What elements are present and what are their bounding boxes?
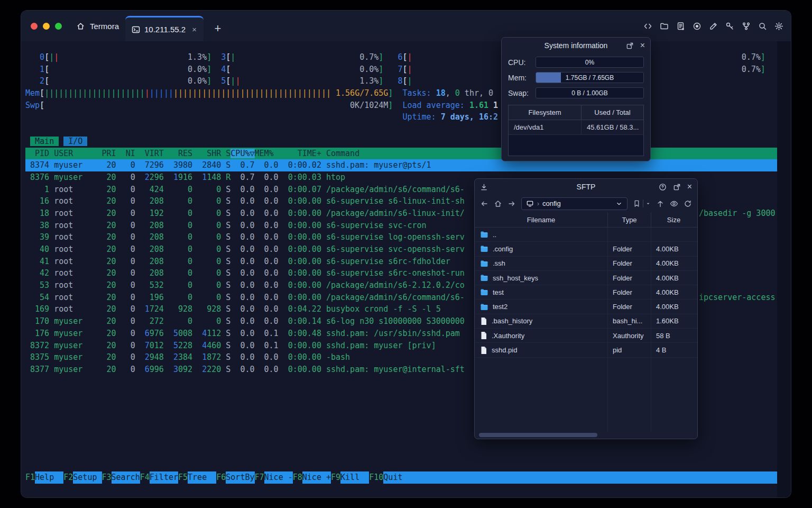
meter-bracket: [ (402, 76, 407, 86)
fkey-action-help[interactable]: Help (35, 471, 63, 484)
column-header-pri[interactable]: PRI (97, 149, 116, 158)
path-bar[interactable]: › config (521, 197, 628, 210)
help-icon[interactable] (659, 183, 667, 191)
column-header-type[interactable]: Type (607, 212, 651, 227)
mem-value-high: 7 (145, 160, 150, 170)
file-row[interactable]: .bash_historybash_hi...1.60KB (475, 314, 697, 329)
cpu-meter-row: 0[|| 1.3%] 3[| 0.7%] 6[| 0.7%] (25, 51, 777, 64)
column-header-time[interactable]: TIME+ (279, 149, 321, 158)
close-icon[interactable]: × (687, 183, 692, 191)
key-icon[interactable] (725, 22, 734, 31)
edit-icon[interactable] (709, 22, 718, 31)
file-name: .config (493, 245, 513, 253)
column-header-res[interactable]: RES (164, 149, 192, 158)
path-segment[interactable]: config (542, 199, 561, 207)
maximize-window-button[interactable] (55, 23, 62, 30)
htop-tab-io[interactable]: I/O (63, 137, 87, 146)
file-name-cell: sshd.pid (475, 343, 607, 357)
file-row[interactable]: testFolder4.00KB (475, 285, 697, 300)
fkey-action-setup[interactable]: Setup (73, 471, 102, 484)
process-state: S (221, 232, 230, 242)
minimize-window-button[interactable] (43, 23, 50, 30)
settings-icon[interactable] (774, 22, 783, 31)
refresh-icon[interactable] (684, 199, 692, 208)
fkey-action-filter[interactable]: Filter (150, 471, 178, 484)
terminal-scrollbar[interactable] (777, 41, 791, 497)
tab-session[interactable]: 10.211.55.2 × (125, 16, 204, 41)
chevron-down-icon[interactable] (615, 200, 623, 207)
caret-down-icon[interactable] (645, 201, 651, 206)
code-icon[interactable] (643, 22, 652, 31)
home-icon[interactable] (494, 199, 502, 208)
htop-tab-main[interactable]: Main (30, 137, 59, 146)
column-header-state[interactable]: S (221, 149, 230, 158)
column-header-shr[interactable]: SHR (192, 149, 221, 158)
file-row[interactable]: sshd.pidpid4 B (475, 343, 697, 357)
mem-value: 0 (192, 208, 221, 218)
process-state: S (221, 352, 230, 362)
column-header-ni[interactable]: NI (116, 149, 135, 158)
open-in-window-icon[interactable] (673, 183, 681, 191)
cpu-percent: 0.7% (359, 52, 379, 62)
fkey-f5: F5 (178, 471, 188, 484)
fs-col-filesystem[interactable]: Filesystem (509, 105, 582, 120)
transfers-download-icon[interactable] (480, 179, 488, 195)
file-type (607, 228, 651, 241)
new-tab-button[interactable]: + (207, 16, 228, 41)
fkey-action-sortby[interactable]: SortBy (226, 471, 254, 484)
process-time: 0:00.03 (279, 173, 321, 182)
forward-icon[interactable] (508, 199, 516, 208)
column-header-size[interactable]: Size (651, 212, 696, 227)
event-log-icon[interactable] (676, 22, 685, 31)
process-state: S (221, 244, 230, 254)
fs-table-body: /dev/vda145.61GB / 58.3... (509, 120, 643, 135)
fkey-f9: F9 (331, 471, 340, 484)
file-row[interactable]: .configFolder4.00KB (475, 242, 697, 256)
back-icon[interactable] (480, 199, 488, 208)
file-row[interactable]: test2Folder4.00KB (475, 300, 697, 314)
fkey-action-tree[interactable]: Tree (188, 471, 216, 484)
sysinfo-progress-bar: 0 B / 1.00GB (536, 87, 644, 98)
close-tab-icon[interactable]: × (192, 25, 197, 34)
close-icon[interactable]: × (640, 41, 645, 50)
folder-icon[interactable] (660, 22, 669, 31)
column-header-filename[interactable]: Filename (475, 212, 607, 227)
column-header-virt[interactable]: VIRT (135, 149, 164, 158)
file-row[interactable]: ssh_host_keysFolder4.00KB (475, 271, 697, 285)
branch-icon[interactable] (742, 22, 751, 31)
close-window-button[interactable] (31, 23, 38, 30)
process-state: S (221, 208, 230, 218)
tab-home[interactable]: Termora (76, 11, 119, 41)
fs-col-used-total[interactable]: Used / Total (582, 105, 643, 120)
column-header-mem[interactable]: MEM% (255, 149, 279, 158)
column-header-user[interactable]: USER (49, 149, 97, 158)
file-row[interactable]: .XauthorityXauthority58 B (475, 329, 697, 343)
fkey-action-nice-[interactable]: Nice - (264, 471, 293, 484)
process-cpu: 0.0 (230, 185, 254, 194)
fkey-action-search[interactable]: Search (112, 471, 140, 484)
column-header-command[interactable]: Command (321, 149, 359, 158)
process-pid: 54 (25, 293, 49, 302)
process-row[interactable]: 8374 myuser 20 0 7296 3980 2840 S 0.7 0.… (25, 159, 777, 171)
open-in-window-icon[interactable] (626, 42, 634, 50)
cpu-meter-label: 5 (211, 76, 226, 86)
column-header-cpu-sorted[interactable]: CPU%▽ (230, 149, 254, 158)
file-row[interactable]: .sshFolder4.00KB (475, 257, 697, 271)
fkey-action-nice-+[interactable]: Nice + (302, 471, 331, 484)
file-row[interactable]: .. (475, 228, 697, 242)
mem-value: 0 (192, 221, 221, 230)
eye-icon[interactable] (670, 199, 678, 208)
parent-directory-icon[interactable] (656, 199, 665, 208)
process-mem: 0.0 (255, 232, 279, 242)
column-header-pid[interactable]: PID (25, 149, 49, 158)
search-icon[interactable] (758, 22, 767, 31)
mem-value: 208 (135, 232, 164, 242)
process-state: S (221, 365, 230, 374)
fkey-action-quit[interactable]: Quit (383, 471, 777, 484)
fkey-action-kill[interactable]: Kill (340, 471, 369, 484)
record-icon[interactable] (693, 22, 702, 31)
horizontal-scrollbar-thumb[interactable] (479, 433, 597, 437)
cpu-meter-label: 0 (25, 52, 44, 62)
bookmark-icon[interactable] (633, 199, 641, 207)
file-name-cell: test2 (475, 300, 607, 313)
